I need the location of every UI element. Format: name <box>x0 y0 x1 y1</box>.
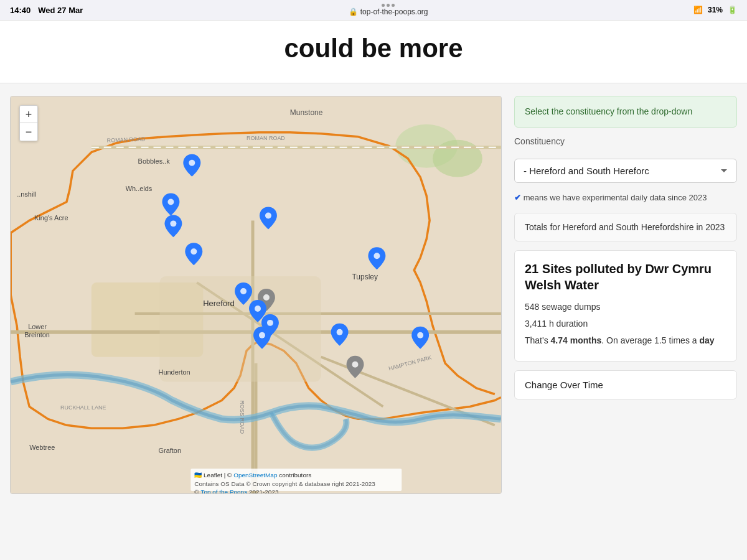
constituency-label: Constituency <box>514 136 737 146</box>
lock-icon: 🔒 <box>349 7 358 16</box>
checkmark-icon: ✔ <box>514 193 521 202</box>
svg-text:Lower: Lower <box>28 323 47 330</box>
svg-point-47 <box>255 306 261 312</box>
stat-duration: 3,411 h duration <box>525 317 726 330</box>
svg-point-2 <box>433 140 482 177</box>
svg-text:Webtree: Webtree <box>29 444 55 452</box>
map-svg: Munstone Bobbles..k ..nshill Wh..elds Ki… <box>11 96 501 493</box>
svg-text:Tupsley: Tupsley <box>352 273 378 281</box>
map-container[interactable]: Munstone Bobbles..k ..nshill Wh..elds Ki… <box>10 96 502 494</box>
svg-point-39 <box>265 213 271 219</box>
svg-text:Wh..elds: Wh..elds <box>126 185 153 192</box>
svg-point-45 <box>263 294 270 301</box>
battery-icon: 🔋 <box>728 6 737 14</box>
stat-suffix: . On average 1.5 times a <box>601 335 697 345</box>
svg-text:© Top of the Poops 2021-2023: © Top of the Poops 2021-2023 <box>194 488 279 493</box>
time-display: 14:40 <box>10 6 31 15</box>
svg-point-51 <box>259 332 265 338</box>
svg-text:RUCKHALL LANE: RUCKHALL LANE <box>60 405 106 411</box>
map-zoom-controls: + − <box>19 105 38 141</box>
stat-prefix: That's <box>525 335 551 345</box>
svg-point-57 <box>417 332 423 338</box>
stat-day: day <box>699 335 714 345</box>
svg-point-35 <box>170 221 176 227</box>
svg-text:Grafton: Grafton <box>158 447 181 455</box>
svg-text:ROSS ROAD: ROSS ROAD <box>239 401 245 434</box>
svg-text:Hereford: Hereford <box>203 299 234 308</box>
svg-text:Breinton: Breinton <box>24 331 50 338</box>
svg-text:Munstone: Munstone <box>290 108 323 117</box>
system-status: 📶 31% 🔋 <box>693 6 737 14</box>
stats-title: 21 Sites polluted by Dwr Cymru Welsh Wat… <box>525 261 726 293</box>
svg-text:Bobbles..k: Bobbles..k <box>138 157 171 165</box>
page-header: could be more <box>0 21 747 83</box>
page-title: could be more <box>25 33 722 64</box>
date-display: Wed 27 Mar <box>38 6 83 15</box>
svg-point-33 <box>167 199 174 205</box>
right-panel: Select the constituency from the drop-do… <box>514 96 737 399</box>
svg-point-37 <box>190 249 197 255</box>
totals-title: Totals for Hereford and South Herefordsh… <box>525 222 726 232</box>
change-over-time-label: Change Over Time <box>525 380 603 390</box>
svg-text:..nshill: ..nshill <box>17 191 36 198</box>
svg-point-55 <box>352 362 359 368</box>
constituency-dropdown[interactable]: - Hereford and South Hereforc <box>514 159 737 183</box>
browser-bar: 🔒 top-of-the-poops.org <box>349 4 428 16</box>
zoom-out-button[interactable]: − <box>20 123 37 141</box>
svg-text:Hunderton: Hunderton <box>158 368 190 376</box>
hint-text: Select the constituency from the drop-do… <box>525 106 692 116</box>
svg-text:Contains OS Data © Crown copyr: Contains OS Data © Crown copyright & dat… <box>194 480 375 487</box>
stats-box: 21 Sites polluted by Dwr Cymru Welsh Wat… <box>514 250 737 362</box>
experimental-text: means we have experimental daily data si… <box>524 193 707 202</box>
svg-point-53 <box>337 329 343 335</box>
svg-text:King's Acre: King's Acre <box>34 215 68 222</box>
wifi-icon: 📶 <box>693 6 703 14</box>
svg-point-49 <box>267 320 273 326</box>
svg-point-31 <box>189 160 195 166</box>
svg-point-41 <box>374 253 380 259</box>
experimental-note: ✔ means we have experimental daily data … <box>514 192 737 204</box>
url-text: top-of-the-poops.org <box>360 7 428 16</box>
battery-text: 31% <box>708 6 723 14</box>
svg-text:🇺🇦
           Leaflet | © 
 : 🇺🇦 Leaflet | © OpenStreetMap contributor… <box>194 471 311 479</box>
stat-months: 4.74 months <box>551 335 602 345</box>
svg-point-43 <box>240 288 247 294</box>
map-background: Munstone Bobbles..k ..nshill Wh..elds Ki… <box>11 96 501 493</box>
svg-text:ROMAN ROAD: ROMAN ROAD <box>247 135 285 141</box>
stat-dumps: 548 sewage dumps <box>525 301 726 314</box>
status-bar: 14:40 Wed 27 Mar 🔒 top-of-the-poops.org … <box>0 0 747 21</box>
hint-box: Select the constituency from the drop-do… <box>514 96 737 128</box>
totals-box: Totals for Hereford and South Herefordsh… <box>514 213 737 241</box>
change-over-time-box: Change Over Time <box>514 370 737 399</box>
main-content: Munstone Bobbles..k ..nshill Wh..elds Ki… <box>0 83 747 506</box>
stat-summary: That's 4.74 months. On average 1.5 times… <box>525 334 726 347</box>
zoom-in-button[interactable]: + <box>20 106 37 123</box>
